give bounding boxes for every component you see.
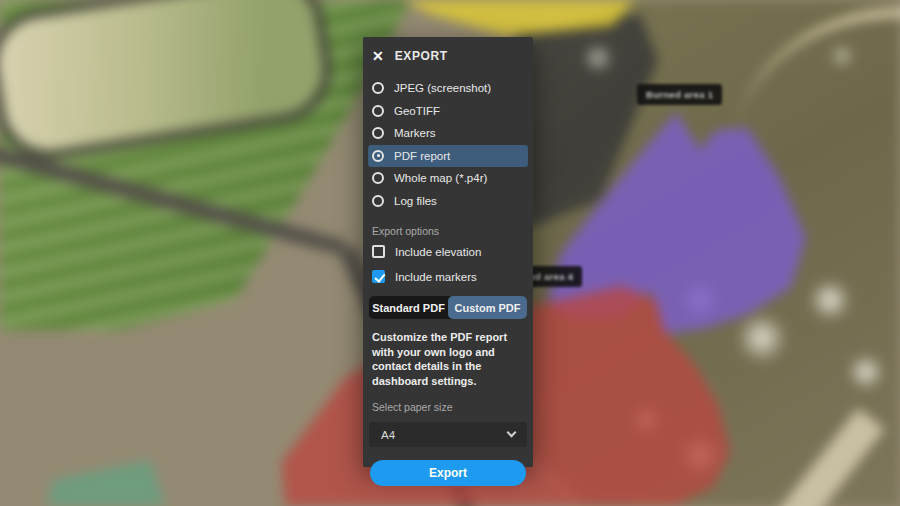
format-radio-list: JPEG (screenshot) GeoTIFF Markers PDF re… <box>363 77 533 212</box>
radio-icon <box>372 105 384 117</box>
radio-geotiff[interactable]: GeoTIFF <box>368 100 528 123</box>
paper-size-value: A4 <box>381 429 395 441</box>
radio-label: JPEG (screenshot) <box>394 82 491 94</box>
radio-markers[interactable]: Markers <box>368 122 528 145</box>
dialog-title: EXPORT <box>395 49 448 63</box>
customize-description: Customize the PDF report with your own l… <box>372 330 523 388</box>
close-icon[interactable]: ✕ <box>372 49 384 63</box>
chevron-down-icon <box>507 428 517 438</box>
radio-pdf-report[interactable]: PDF report <box>368 145 528 168</box>
export-options-label: Export options <box>372 225 523 237</box>
checkbox-label: Include markers <box>395 271 477 283</box>
radio-label: Markers <box>394 127 436 139</box>
map-badge: Burned area 1 <box>637 84 722 105</box>
checkbox-label: Include elevation <box>395 246 481 258</box>
radio-icon <box>372 127 384 139</box>
dialog-header: ✕ EXPORT <box>363 37 533 65</box>
radio-label: Whole map (*.p4r) <box>394 172 487 184</box>
radio-jpeg[interactable]: JPEG (screenshot) <box>368 77 528 100</box>
checkbox-icon-checked <box>372 270 385 283</box>
radio-icon <box>372 82 384 94</box>
radio-label: Log files <box>394 195 437 207</box>
paper-size-select[interactable]: A4 <box>369 422 527 447</box>
radio-icon-selected <box>372 150 384 162</box>
toggle-standard-pdf[interactable]: Standard PDF <box>369 296 448 319</box>
export-button[interactable]: Export <box>370 460 526 486</box>
checkbox-icon <box>372 245 385 258</box>
checkbox-include-elevation[interactable]: Include elevation <box>363 239 533 264</box>
app-window: Burned area 1 Burned area 4 ✕ EXPORT JPE… <box>0 0 900 506</box>
paper-size-label: Select paper size <box>372 401 523 413</box>
radio-label: GeoTIFF <box>394 105 440 117</box>
export-dialog: ✕ EXPORT JPEG (screenshot) GeoTIFF Marke… <box>363 37 533 467</box>
pdf-type-toggle: Standard PDF Custom PDF <box>369 296 527 319</box>
toggle-custom-pdf[interactable]: Custom PDF <box>448 296 527 319</box>
radio-icon <box>372 195 384 207</box>
checkbox-include-markers[interactable]: Include markers <box>363 264 533 289</box>
radio-log-files[interactable]: Log files <box>368 190 528 213</box>
radio-icon <box>372 172 384 184</box>
radio-label: PDF report <box>394 150 450 162</box>
radio-whole-map[interactable]: Whole map (*.p4r) <box>368 167 528 190</box>
